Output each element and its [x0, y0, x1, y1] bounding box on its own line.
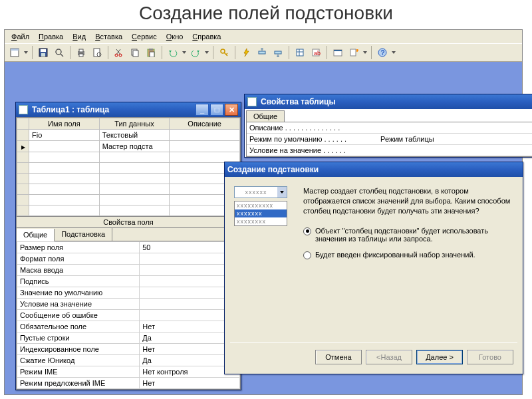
prop-value[interactable]: Нет [140, 378, 240, 389]
svg-rect-9 [79, 54, 83, 57]
svg-rect-4 [41, 53, 45, 57]
column-header[interactable]: Имя поля [29, 118, 100, 130]
prop-name: Подпись [17, 276, 140, 287]
titlebar[interactable]: Создание подстановки [225, 162, 523, 177]
prop-name: Маска ввода [17, 265, 140, 276]
menu-сервис[interactable]: Сервис [128, 31, 161, 42]
db-window-button[interactable] [331, 45, 345, 60]
field-desc-cell[interactable] [170, 141, 240, 152]
lightning-button[interactable] [239, 45, 253, 60]
svg-rect-32 [334, 50, 342, 51]
undo-button[interactable] [166, 45, 180, 60]
prop-value[interactable] [378, 145, 532, 156]
search-button[interactable] [52, 45, 66, 60]
new-object-button[interactable] [346, 45, 361, 60]
sample-listbox: xxxxxxxxxxxxxxxxxxxxxxxxx [234, 201, 287, 226]
wizard-intro-text: Мастер создает столбец подстановки, в ко… [303, 186, 513, 216]
app-window: ФайлПравкаВидВставкаСервисОкноСправка [4, 29, 523, 395]
field-type-cell[interactable]: Текстовый [99, 130, 170, 141]
titlebar[interactable]: Таблица1 : таблица _ □ ✕ [16, 102, 241, 117]
print-button[interactable] [74, 45, 88, 60]
maximize-button[interactable]: □ [210, 104, 223, 116]
dropdown-icon[interactable] [23, 51, 29, 54]
back-button[interactable]: <Назад [366, 350, 412, 364]
row-selector[interactable] [17, 163, 29, 174]
row-selector[interactable] [17, 130, 29, 141]
menu-вид[interactable]: Вид [68, 31, 90, 42]
next-button[interactable]: Далее > [416, 350, 463, 364]
menu-окно[interactable]: Окно [162, 31, 188, 42]
dropdown-icon[interactable] [362, 51, 368, 54]
tab-lookup[interactable]: Подстановка [55, 228, 112, 241]
svg-rect-33 [350, 49, 356, 56]
tab-general[interactable]: Общие [246, 110, 285, 122]
prop-name: Пустые строки [17, 332, 140, 344]
radio-icon [303, 227, 311, 235]
print-preview-button[interactable] [90, 45, 104, 60]
save-button[interactable] [36, 45, 51, 60]
view-mode-button[interactable] [7, 45, 22, 60]
column-header[interactable]: Описание [170, 118, 240, 130]
dropdown-icon[interactable] [204, 51, 209, 54]
menu-правка[interactable]: Правка [35, 31, 67, 42]
paste-button[interactable] [144, 45, 158, 60]
cut-button[interactable] [112, 45, 126, 60]
delete-rows-button[interactable] [271, 45, 285, 60]
page-title: Создание полей подстоновки [0, 0, 532, 28]
minimize-button[interactable]: _ [196, 104, 209, 116]
svg-rect-19 [149, 49, 153, 51]
prop-name: Условие на значение . . . . . . [247, 145, 378, 156]
section-title: Свойства поля [16, 217, 241, 228]
mdi-area: Таблица1 : таблица _ □ ✕ Имя поляТип дан… [5, 62, 522, 394]
field-name-cell[interactable]: Fio [29, 130, 100, 141]
dropdown-icon[interactable] [182, 51, 187, 54]
cancel-button[interactable]: Отмена [315, 350, 362, 364]
table-properties-list[interactable]: Описание . . . . . . . . . . . . . .Режи… [246, 122, 532, 157]
prop-value[interactable]: Режим таблицы [378, 134, 532, 145]
dropdown-icon[interactable] [391, 51, 396, 54]
svg-point-5 [56, 49, 61, 55]
row-selector[interactable] [17, 184, 29, 195]
redo-button[interactable] [188, 45, 203, 60]
radio-option-fixed-values[interactable]: Будет введен фиксированный набор значени… [303, 251, 513, 259]
tab-general[interactable]: Общие [17, 229, 55, 241]
menu-файл[interactable]: Файл [7, 31, 33, 42]
prop-name: Сообщение об ошибке [17, 310, 140, 321]
lookup-wizard-dialog: Создание подстановки xxxxxx xxxxxxxxxxxx… [224, 162, 523, 374]
field-desc-cell[interactable] [170, 130, 240, 141]
copy-button[interactable] [128, 45, 142, 60]
key-button[interactable] [217, 45, 231, 60]
table-design-window: Таблица1 : таблица _ □ ✕ Имя поляТип дан… [15, 102, 241, 390]
row-selector[interactable] [17, 195, 29, 205]
svg-line-23 [226, 53, 227, 55]
prop-value[interactable] [378, 122, 532, 134]
table-properties-window: Свойства таблицы ✕ Общие Описание . . . … [244, 94, 532, 158]
column-header[interactable]: Тип данных [99, 118, 170, 130]
close-button[interactable]: ✕ [225, 104, 238, 116]
table-icon [19, 105, 28, 114]
radio-option-from-table[interactable]: Объект "столбец подстановки" будет испол… [303, 227, 513, 243]
radio-label: Объект "столбец подстановки" будет испол… [315, 227, 513, 243]
menu-справка[interactable]: Справка [188, 31, 225, 42]
row-selector[interactable] [17, 152, 29, 163]
row-selector[interactable] [17, 174, 29, 184]
field-name-cell[interactable] [29, 141, 100, 152]
row-selector[interactable] [17, 205, 29, 216]
sample-combobox: xxxxxx [234, 186, 287, 198]
svg-rect-17 [133, 51, 138, 57]
finish-button[interactable]: Готово [467, 350, 513, 364]
menu-вставка[interactable]: Вставка [91, 31, 126, 42]
field-grid[interactable]: Имя поляТип данныхОписаниеFioТекстовыйМа… [16, 117, 241, 217]
field-props-list[interactable]: Размер поля50Формат поляМаска вводаПодпи… [16, 241, 241, 390]
prop-name: Условие на значение [17, 299, 140, 310]
insert-rows-button[interactable] [255, 45, 269, 60]
builder-button[interactable]: ab [309, 45, 323, 60]
titlebar[interactable]: Свойства таблицы ✕ [245, 94, 532, 109]
field-type-cell[interactable]: Мастер подста [99, 141, 170, 152]
prop-name: Режим предложений IME [17, 378, 140, 389]
help-button[interactable]: ? [375, 45, 390, 60]
properties-button[interactable] [293, 45, 307, 60]
wizard-buttons: Отмена <Назад Далее > Готово [225, 343, 523, 374]
svg-text:ab: ab [314, 50, 321, 57]
row-selector[interactable] [17, 141, 29, 152]
